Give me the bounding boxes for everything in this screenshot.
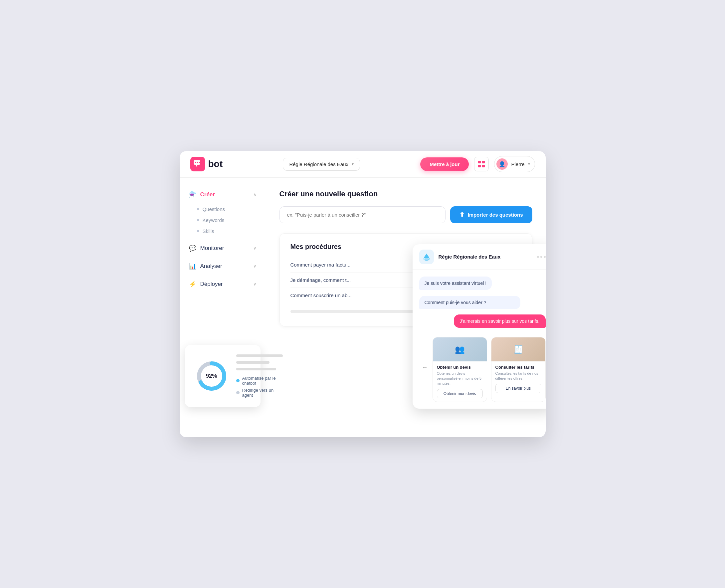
sidebar-item-creer[interactable]: ⚗️ Créer: [180, 187, 266, 202]
chat-body: Je suis votre assistant virtuel ! Commen…: [412, 270, 546, 408]
sidebar-section-deployer: ⚡ Déployer: [180, 276, 266, 292]
procedure-label-2: Je déménage, comment t...: [291, 277, 351, 283]
keywords-label: Keywords: [202, 217, 225, 223]
sidebar-item-monitorer[interactable]: 💬 Monitorer: [180, 240, 266, 256]
creer-icon: ⚗️: [189, 191, 196, 198]
user-chevron-icon: ▾: [528, 162, 530, 166]
page-title: Créer une nouvelle question: [279, 190, 532, 198]
logo-icon: [190, 157, 205, 171]
question-input[interactable]: [279, 206, 446, 223]
apps-grid-button[interactable]: [474, 157, 489, 171]
chat-card-devis-image: 👥: [433, 337, 487, 361]
org-selector-button[interactable]: Régie Régionale des Eaux ▾: [283, 158, 360, 171]
skills-label: Skills: [202, 228, 214, 234]
legend-bar-2: [236, 361, 270, 364]
chat-user-message: J'aimerais en savoir plus sur vos tarifs…: [419, 314, 546, 328]
header-right: Mettre à jour 👤 Pierre ▾: [420, 156, 535, 172]
sidebar: ⚗️ Créer Questions Keywords: [180, 178, 266, 437]
analyser-icon: 📊: [189, 262, 196, 270]
svg-point-3: [199, 162, 200, 163]
sidebar-item-deployer[interactable]: ⚡ Déployer: [180, 276, 266, 292]
svg-text:eaux: eaux: [424, 257, 429, 260]
body-layout: ⚗️ Créer Questions Keywords: [180, 178, 546, 437]
header-center: Régie Régionale des Eaux ▾: [229, 158, 413, 171]
donut-percentage: 92%: [206, 373, 217, 379]
sidebar-analyser-label: Analyser: [200, 263, 222, 270]
apps-grid-icon: [478, 161, 485, 167]
dot-2: [540, 256, 542, 258]
svg-point-2: [197, 162, 198, 163]
sidebar-monitorer-label: Monitorer: [200, 245, 224, 252]
skills-bullet-icon: [197, 230, 199, 232]
chat-bot-name: Régie Régionale des Eaux: [439, 254, 501, 259]
legend-dot-agent: [236, 391, 239, 394]
chat-card-devis-body: Obtenir un devis Obtenez un devis person…: [433, 361, 487, 402]
questions-bullet-icon: [197, 208, 199, 210]
chat-card-devis-desc: Obtenez un devis personnalisé en moins d…: [437, 371, 483, 386]
monitorer-chevron-icon: [253, 246, 257, 251]
sidebar-item-analyser[interactable]: 📊 Analyser: [180, 258, 266, 274]
sidebar-sub-items-creer: Questions Keywords Skills: [180, 202, 266, 238]
donut-chart: 92%: [195, 359, 228, 393]
org-name: Régie Régionale des Eaux: [289, 161, 348, 167]
sidebar-item-skills[interactable]: Skills: [197, 226, 266, 237]
deployer-icon: ⚡: [189, 280, 196, 288]
importer-button[interactable]: ⬆ Importer des questions: [450, 206, 532, 223]
chat-card-tarifs-desc: Consultez les tarifs de nos différentes …: [495, 371, 541, 381]
deployer-chevron-icon: [253, 281, 257, 287]
chat-card-tarifs-image: 🧾: [491, 337, 545, 361]
user-name: Pierre: [511, 161, 525, 167]
dot-1: [537, 256, 539, 258]
keywords-bullet-icon: [197, 219, 199, 221]
chat-cards: 👥 Obtenir un devis Obtenez un devis pers…: [432, 337, 546, 402]
chat-prev-arrow-icon[interactable]: ←: [419, 364, 430, 371]
org-chevron-icon: ▾: [352, 162, 354, 166]
chat-user-bubble: J'aimerais en savoir plus sur vos tarifs…: [454, 314, 546, 328]
app-container: bot Régie Régionale des Eaux ▾ Mettre à …: [180, 151, 546, 437]
chat-card-tarifs-button[interactable]: En savoir plus: [495, 384, 541, 393]
sidebar-deployer-label: Déployer: [200, 281, 223, 288]
monitorer-icon: 💬: [189, 245, 196, 252]
user-avatar: 👤: [496, 159, 508, 170]
svg-point-1: [195, 162, 196, 163]
question-input-row: ⬆ Importer des questions: [279, 206, 532, 223]
analytics-card: 92% Automatisé par le chatbot Redirigé: [185, 345, 260, 407]
analyser-chevron-icon: [253, 264, 257, 269]
chat-bot-avatar-icon: eaux: [419, 250, 434, 264]
creer-chevron-icon: [253, 192, 257, 197]
chat-bubble-2: Comment puis-je vous aider ?: [419, 296, 520, 309]
logo-area: bot: [190, 157, 223, 171]
procedure-label-1: Comment payer ma factu...: [291, 262, 351, 268]
procedure-label-3: Comment souscrire un ab...: [291, 293, 352, 298]
legend-dot-chatbot: [236, 379, 239, 382]
dot-3: [544, 256, 546, 258]
main-content: Créer une nouvelle question ⬆ Importer d…: [266, 178, 546, 437]
sidebar-section-creer: ⚗️ Créer Questions Keywords: [180, 187, 266, 238]
upload-icon: ⬆: [460, 211, 465, 218]
update-button[interactable]: Mettre à jour: [420, 158, 469, 171]
chat-card-tarifs: 🧾 Consulter les tarifs Consultez les tar…: [491, 337, 546, 402]
chat-bubble-2-wrapper: Comment puis-je vous aider ?: [419, 296, 546, 309]
chat-cards-row: ← 👥 Obtenir un devis Obtenez un devis pe…: [419, 333, 546, 402]
chat-header: eaux Régie Régionale des Eaux: [412, 244, 546, 270]
chat-bubble-1-wrapper: Je suis votre assistant virtuel !: [419, 276, 546, 293]
chat-card-tarifs-body: Consulter les tarifs Consultez les tarif…: [491, 361, 545, 397]
sidebar-item-questions[interactable]: Questions: [197, 204, 266, 215]
user-avatar-icon: 👤: [499, 161, 506, 167]
header: bot Régie Régionale des Eaux ▾ Mettre à …: [180, 151, 546, 178]
questions-label: Questions: [202, 206, 225, 212]
chat-card-tarifs-title: Consulter les tarifs: [495, 365, 541, 370]
sidebar-section-monitorer: 💬 Monitorer: [180, 240, 266, 256]
sidebar-creer-label: Créer: [200, 191, 215, 198]
sidebar-item-keywords[interactable]: Keywords: [197, 215, 266, 226]
chat-bubble-1: Je suis votre assistant virtuel !: [419, 276, 492, 290]
importer-label: Importer des questions: [468, 212, 523, 218]
placeholder-bar-1: [291, 310, 429, 313]
logo-text: bot: [208, 159, 223, 169]
chat-card-devis: 👥 Obtenir un devis Obtenez un devis pers…: [432, 337, 487, 402]
chat-card-devis-button[interactable]: Obtenir mon devis: [437, 389, 483, 398]
chatbot-preview: eaux Régie Régionale des Eaux Je suis vo…: [412, 244, 546, 408]
user-menu-button[interactable]: 👤 Pierre ▾: [494, 156, 535, 172]
sidebar-section-analyser: 📊 Analyser: [180, 258, 266, 274]
chat-header-dots: [537, 256, 546, 258]
